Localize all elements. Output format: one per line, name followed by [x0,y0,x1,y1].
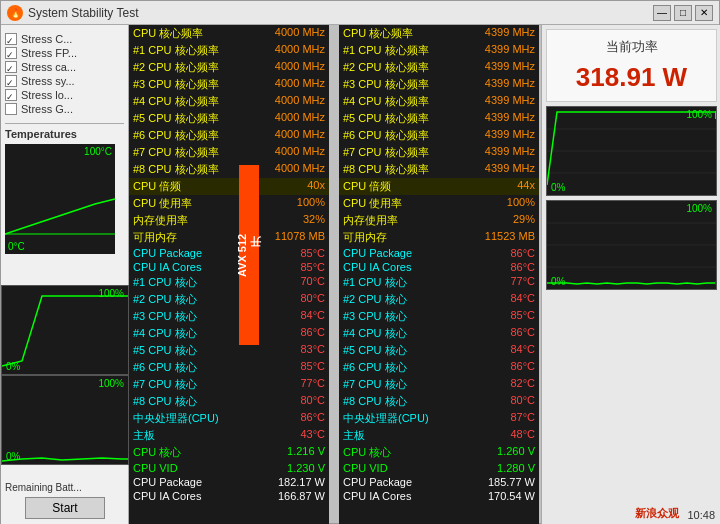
left-graph-svg [2,376,128,464]
stress-label-1: Stress C... [21,33,72,45]
temperature-gauge: 100°C 0°C [5,144,115,254]
right-row-core2: #2 CPU 核心84°C [339,291,539,308]
stress-item-6: Stress G... [5,103,124,115]
left-row-pkg: CPU Package85°C [129,246,329,260]
left-row-2: #2 CPU 核心频率4000 MHz [129,59,329,76]
right-row-core8: #8 CPU 核心80°C [339,393,539,410]
power-display: 当前功率 318.91 W [546,29,717,102]
left-data-panel: AVX 512开 CPU 核心频率4000 MHz #1 CPU 核心频率400… [129,25,329,524]
stress-item-2: Stress FP... [5,47,124,59]
stress-checkbox-4[interactable] [5,75,17,87]
power-graph-lower: 100% 0% [546,200,717,290]
left-row-4: #4 CPU 核心频率4000 MHz [129,93,329,110]
left-row-8: #8 CPU 核心频率4000 MHz [129,161,329,178]
start-button[interactable]: Start [25,497,105,519]
left-row-3: #3 CPU 核心频率4000 MHz [129,76,329,93]
window-controls: — □ ✕ [653,5,713,21]
left-graph2-svg [2,286,128,374]
title-bar-left: 🔥 System Stability Test [7,5,138,21]
right-row-4: #4 CPU 核心频率4399 MHz [339,93,539,110]
power-graph-upper-svg [547,107,716,195]
stress-checkbox-5[interactable] [5,89,17,101]
left-panel: Stress C... Stress FP... Stress ca... St… [1,25,129,524]
left-row-0: CPU 核心频率4000 MHz [129,25,329,42]
stress-label-3: Stress ca... [21,61,76,73]
right-row-pkg-power: CPU Package185.77 W [339,475,539,489]
left-row-board: 主板43°C [129,427,329,444]
maximize-button[interactable]: □ [674,5,692,21]
title-bar: 🔥 System Stability Test — □ ✕ [1,1,719,25]
left-row-core8: #8 CPU 核心80°C [129,393,329,410]
right-row-multiplier: CPU 倍频44x [339,178,539,195]
left-row-vcore: CPU 核心1.216 V [129,444,329,461]
svg-rect-2 [2,376,128,464]
left-graph-bottom-label: 0% [6,451,20,462]
right-row-0: CPU 核心频率4399 MHz [339,25,539,42]
right-row-mem-usage: 内存使用率29% [339,212,539,229]
left-row-ia-power: CPU IA Cores166.87 W [129,489,329,503]
left-row-multiplier: CPU 倍频40x [129,178,329,195]
left-row-pkg-power: CPU Package182.17 W [129,475,329,489]
power-graph-upper: 100% 0% [546,106,717,196]
temp-label: Temperatures [5,128,124,140]
right-row-core6: #6 CPU 核心86°C [339,359,539,376]
right-panel: 当前功率 318.91 W 100% 0% 100% [541,25,720,524]
left-graph-lower: 100% 0% [1,375,129,465]
app-icon: 🔥 [7,5,23,21]
temperature-section: Temperatures 100°C 0°C [5,123,124,254]
left-row-1: #1 CPU 核心频率4000 MHz [129,42,329,59]
close-button[interactable]: ✕ [695,5,713,21]
left-row-core7: #7 CPU 核心77°C [129,376,329,393]
right-row-2: #2 CPU 核心频率4399 MHz [339,59,539,76]
right-row-7: #7 CPU 核心频率4399 MHz [339,144,539,161]
right-row-core4: #4 CPU 核心86°C [339,325,539,342]
right-row-ia-power: CPU IA Cores170.54 W [339,489,539,503]
right-row-1: #1 CPU 核心频率4399 MHz [339,42,539,59]
right-row-vid: CPU VID1.280 V [339,461,539,475]
right-row-3: #3 CPU 核心频率4399 MHz [339,76,539,93]
stress-item-4: Stress sy... [5,75,124,87]
left-row-core6: #6 CPU 核心85°C [129,359,329,376]
right-row-core3: #3 CPU 核心85°C [339,308,539,325]
start-button-container: Start [1,493,129,523]
left-graph-top-label: 100% [98,378,124,389]
right-row-cpu-temp: 中央处理器(CPU)87°C [339,410,539,427]
gauge-min-label: 0°C [8,241,25,252]
right-row-usage: CPU 使用率100% [339,195,539,212]
right-row-5: #5 CPU 核心频率4399 MHz [339,110,539,127]
stress-label-4: Stress sy... [21,75,75,87]
graph-lower-bottom-label: 0% [551,276,565,287]
watermark: 新浪众观 [635,506,679,521]
left-row-7: #7 CPU 核心频率4000 MHz [129,144,329,161]
left-graph2-top-label: 100% [98,288,124,299]
left-row-5: #5 CPU 核心频率4000 MHz [129,110,329,127]
left-row-cpu-temp: 中央处理器(CPU)86°C [129,410,329,427]
left-row-mem-avail: 可用内存11078 MB [129,229,329,246]
right-row-8: #8 CPU 核心频率4399 MHz [339,161,539,178]
right-row-board: 主板48°C [339,427,539,444]
right-data-rows: CPU 核心频率4399 MHz #1 CPU 核心频率4399 MHz #2 … [339,25,539,503]
avx-label-left: AVX 512开 [239,165,259,345]
power-value: 318.91 W [555,62,708,93]
left-row-core1: #1 CPU 核心70°C [129,274,329,291]
minimize-button[interactable]: — [653,5,671,21]
left-row-ia-cores: CPU IA Cores85°C [129,260,329,274]
stress-label-6: Stress G... [21,103,73,115]
stress-checkbox-1[interactable] [5,33,17,45]
right-row-core5: #5 CPU 核心84°C [339,342,539,359]
stress-checkbox-3[interactable] [5,61,17,73]
right-row-core1: #1 CPU 核心77°C [339,274,539,291]
stress-checkbox-2[interactable] [5,47,17,59]
stress-label-2: Stress FP... [21,47,77,59]
left-row-core5: #5 CPU 核心83°C [129,342,329,359]
right-row-core7: #7 CPU 核心82°C [339,376,539,393]
stress-checkbox-6[interactable] [5,103,17,115]
left-row-core3: #3 CPU 核心84°C [129,308,329,325]
right-row-ia-cores: CPU IA Cores86°C [339,260,539,274]
left-data-rows: CPU 核心频率4000 MHz #1 CPU 核心频率4000 MHz #2 … [129,25,329,503]
graph-upper-bottom-label: 0% [551,182,565,193]
left-graph2-bottom-label: 0% [6,361,20,372]
svg-rect-7 [715,111,716,119]
window-title: System Stability Test [28,6,138,20]
left-row-core4: #4 CPU 核心86°C [129,325,329,342]
